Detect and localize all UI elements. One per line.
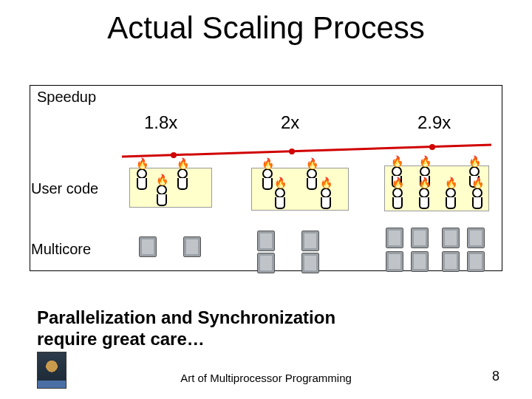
core-icon xyxy=(411,228,429,248)
flame-icon: 🔥 xyxy=(306,158,318,168)
svg-line-0 xyxy=(122,145,491,157)
thread-icon: 🔥 xyxy=(135,168,149,189)
label-multicore: Multicore xyxy=(31,241,91,258)
thread-icon: 🔥 xyxy=(261,168,274,189)
conclusion-line-1: Parallelization and Synchronization xyxy=(37,307,335,329)
svg-point-3 xyxy=(429,144,435,150)
core-icon xyxy=(411,251,429,272)
core-icon xyxy=(467,228,485,248)
page-title: Actual Scaling Process xyxy=(0,10,532,46)
thread-icon: 🔥 xyxy=(444,188,457,208)
flame-icon: 🔥 xyxy=(471,177,484,188)
core-icon xyxy=(442,251,460,272)
page-number: 8 xyxy=(492,369,499,384)
flame-icon: 🔥 xyxy=(391,156,403,166)
thread-icon: 🔥 xyxy=(391,188,404,208)
flame-icon: 🔥 xyxy=(156,174,168,185)
flame-icon: 🔥 xyxy=(419,156,432,166)
thread-icon: 🔥 xyxy=(176,168,189,189)
core-icon xyxy=(139,236,157,257)
thread-icon: 🔥 xyxy=(273,188,287,208)
flame-icon: 🔥 xyxy=(262,158,274,168)
core-icon xyxy=(257,231,275,251)
flame-icon: 🔥 xyxy=(274,177,287,188)
conclusion-line-2: require great care… xyxy=(37,329,335,350)
core-icon xyxy=(467,251,485,272)
thread-icon: 🔥 xyxy=(155,185,168,205)
label-speedup: Speedup xyxy=(37,89,96,106)
flame-icon: 🔥 xyxy=(468,156,481,166)
speedup-value-2: 2x xyxy=(281,112,299,133)
flame-icon: 🔥 xyxy=(320,177,332,188)
core-icon xyxy=(386,251,403,272)
core-icon xyxy=(301,231,319,251)
footer-text: Art of Multiprocessor Programming xyxy=(0,372,532,384)
flame-icon: 🔥 xyxy=(418,177,431,188)
speedup-value-1: 1.8x xyxy=(144,112,177,133)
flame-icon: 🔥 xyxy=(392,177,404,188)
thread-icon: 🔥 xyxy=(319,188,332,208)
speedup-value-3: 2.9x xyxy=(417,112,451,133)
conclusion-text: Parallelization and Synchronization requ… xyxy=(37,307,335,350)
core-icon xyxy=(386,228,403,248)
svg-point-1 xyxy=(171,152,177,158)
core-icon xyxy=(442,228,460,248)
thread-icon: 🔥 xyxy=(305,168,318,189)
flame-icon: 🔥 xyxy=(177,158,189,168)
thread-icon: 🔥 xyxy=(471,188,484,208)
label-usercode: User code xyxy=(31,180,98,197)
core-icon xyxy=(301,253,319,273)
core-icon xyxy=(257,253,275,273)
svg-point-2 xyxy=(289,149,295,154)
thread-icon: 🔥 xyxy=(417,188,431,208)
flame-icon: 🔥 xyxy=(445,177,457,188)
core-icon xyxy=(183,236,201,257)
flame-icon: 🔥 xyxy=(136,158,149,168)
